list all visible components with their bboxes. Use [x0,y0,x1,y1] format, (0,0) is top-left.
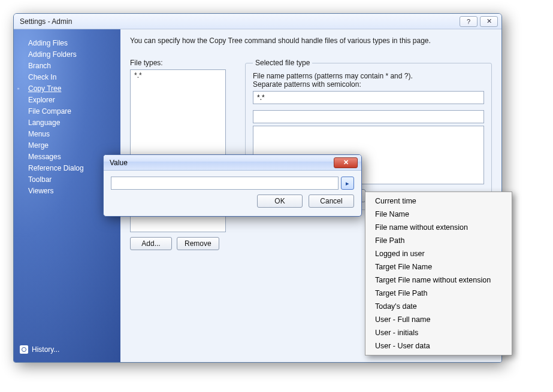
value-ok-button[interactable]: OK [257,195,303,208]
sidebar-item-check-in[interactable]: Check In [26,72,120,83]
value-title: Value [110,159,128,167]
popup-item-user-initials[interactable]: User - initials [367,326,510,339]
value-input[interactable] [111,177,339,190]
popup-item-file-name-without-extension[interactable]: File name without extension [367,221,510,234]
remove-button[interactable]: Remove [177,237,219,250]
value-dialog: Value ✕ ▸ OK Cancel [103,154,362,217]
sidebar-item-language[interactable]: Language [26,117,120,129]
sidebar-item-explorer[interactable]: Explorer [26,95,120,106]
secondary-input[interactable] [253,110,484,123]
popup-item-target-file-name[interactable]: Target File Name [367,260,510,274]
history-link[interactable]: History... [20,345,59,354]
popup-item-user-user-data[interactable]: User - User data [367,339,510,353]
add-button[interactable]: Add... [130,237,172,250]
popup-item-file-name[interactable]: File Name [367,208,510,221]
popup-item-logged-in-user[interactable]: Logged in user [367,247,510,260]
patterns-label: File name patterns (patterns may contain… [253,72,484,89]
variable-popup: Current timeFile NameFile name without e… [365,192,512,355]
close-icon: ✕ [343,159,349,166]
group-legend: Selected file type [253,59,312,67]
sidebar-item-adding-folders[interactable]: Adding Folders [26,49,120,60]
value-titlebar: Value ✕ [104,155,361,171]
history-label: History... [32,345,59,354]
titlebar: Settings - Admin ? ✕ [14,14,501,29]
value-dropdown-button[interactable]: ▸ [341,177,354,190]
sidebar-item-merge[interactable]: Merge [26,140,120,151]
popup-item-file-path[interactable]: File Path [367,234,510,247]
close-button[interactable]: ✕ [480,16,498,27]
sidebar-item-copy-tree[interactable]: Copy Tree [26,83,120,95]
page-description: You can specify how the Copy Tree comman… [130,37,492,45]
sidebar-item-branch[interactable]: Branch [26,60,120,72]
popup-item-today-s-date[interactable]: Today's date [367,300,510,313]
popup-item-target-file-name-without-extension[interactable]: Target File name without extension [367,274,510,287]
patterns-input[interactable] [253,91,484,104]
popup-item-current-time[interactable]: Current time [367,195,510,208]
sidebar-item-menus[interactable]: Menus [26,129,120,140]
value-close-button[interactable]: ✕ [334,157,358,168]
sidebar-item-file-compare[interactable]: File Compare [26,106,120,117]
chevron-right-icon: ▸ [346,180,349,187]
sidebar-item-adding-files[interactable]: Adding Files [26,38,120,49]
help-button[interactable]: ? [460,16,478,27]
window-title: Settings - Admin [20,17,72,26]
popup-item-target-file-path[interactable]: Target File Path [367,287,510,300]
file-type-item[interactable]: *.* [133,71,223,80]
popup-item-user-full-name[interactable]: User - Full name [367,313,510,326]
value-cancel-button[interactable]: Cancel [309,195,354,208]
file-types-label: File types: [130,59,232,67]
history-icon [20,345,28,354]
